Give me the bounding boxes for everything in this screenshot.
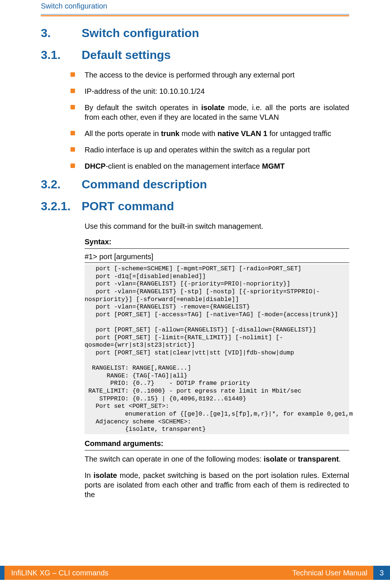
- command-arguments-label: Command arguments:: [85, 439, 349, 448]
- footer-accent-left: [0, 566, 4, 580]
- running-header: Switch configuration: [41, 2, 349, 14]
- footer-manual-title: Technical User Manual: [292, 569, 367, 577]
- section-3-title: Switch configuration: [82, 26, 199, 40]
- list-item: All the ports operate in trunk mode with…: [85, 129, 349, 138]
- section-3-2-number: 3.2.: [41, 178, 82, 191]
- modes-paragraph: The switch can operate in one of the fol…: [85, 454, 349, 464]
- section-3-2-1-heading: 3.2.1.PORT command: [41, 199, 349, 213]
- list-item: Radio interface is up and operates withi…: [85, 145, 349, 155]
- list-item: IP-address of the unit: 10.10.10.1/24: [85, 86, 349, 96]
- list-item: DHCP-client is enabled on the management…: [85, 161, 349, 171]
- default-settings-list: The access to the device is performed th…: [41, 70, 349, 171]
- header-rule-thin: [41, 14, 349, 14]
- page-footer: InfiLINK XG – CLI commands Technical Use…: [0, 566, 390, 580]
- divider: [85, 450, 349, 450]
- syntax-label: Syntax:: [85, 238, 349, 246]
- section-3-2-1-title: PORT command: [82, 199, 174, 213]
- port-command-intro: Use this command for the built-in switch…: [85, 221, 349, 231]
- section-3-1-number: 3.1.: [41, 48, 82, 62]
- code-block: port [-scheme=SCHEME] [-mgmt=PORT_SET] […: [85, 264, 349, 434]
- list-item: The access to the device is performed th…: [85, 70, 349, 80]
- section-3-1-title: Default settings: [82, 48, 171, 62]
- list-item: By default the switch operates in isolat…: [85, 103, 349, 122]
- footer-product-name: InfiLINK XG – CLI commands: [11, 569, 108, 577]
- header-rule-orange: [41, 15, 349, 16]
- section-3-heading: 3.Switch configuration: [41, 26, 349, 40]
- page-number: 3: [373, 566, 390, 580]
- section-3-number: 3.: [41, 26, 82, 40]
- section-3-1-heading: 3.1.Default settings: [41, 48, 349, 62]
- command-prompt: #1> port [arguments]: [85, 252, 349, 263]
- divider: [85, 248, 349, 249]
- isolate-paragraph: In isolate mode, packet switching is bas…: [85, 470, 349, 499]
- section-3-2-title: Command description: [82, 178, 207, 191]
- section-3-2-1-number: 3.2.1.: [41, 199, 82, 213]
- section-3-2-heading: 3.2.Command description: [41, 178, 349, 191]
